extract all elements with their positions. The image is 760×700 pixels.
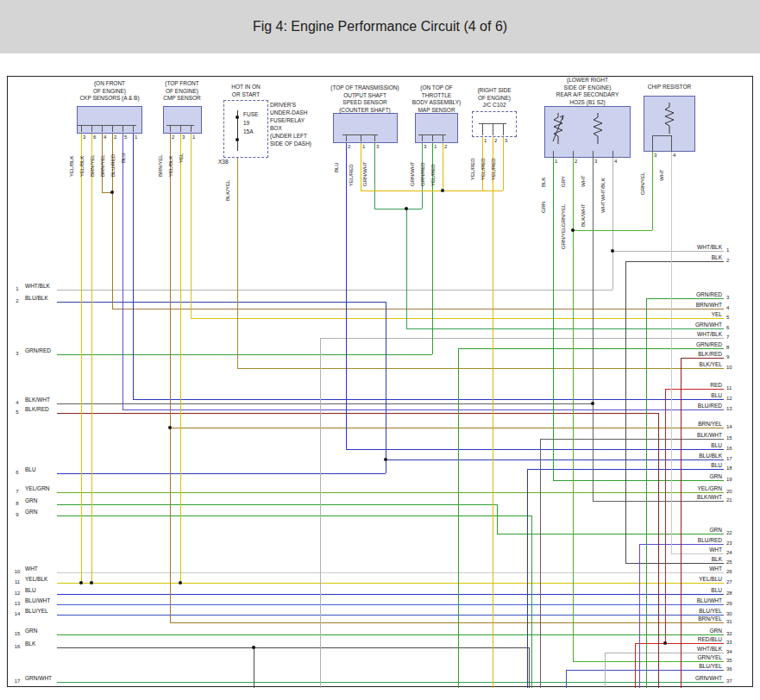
- wire-vertical: [625, 261, 626, 563]
- figure-title-bar: Fig 4: Engine Performance Circuit (4 of …: [0, 0, 760, 53]
- fusebox-description: SIDE OF DASH): [270, 141, 342, 148]
- pin-number: 4: [673, 153, 675, 159]
- connector-pin-tick: [361, 134, 361, 141]
- component-box-cmp-sensor: [163, 106, 202, 134]
- wire-number-right: 10: [726, 365, 740, 371]
- wire-number-right: 15: [726, 435, 740, 441]
- wire-color-label: YEL/BLK: [69, 156, 75, 177]
- wire-vertical: [652, 152, 653, 230]
- connector-pin-tick: [503, 123, 504, 135]
- pin-number: 3: [182, 134, 185, 141]
- junction-dot: [90, 581, 93, 584]
- wire-label-left: BLK/WHT: [25, 397, 50, 403]
- wire-vertical: [497, 504, 498, 534]
- wire-vertical: [493, 137, 493, 688]
- wire-segment: [361, 191, 503, 191]
- chip-lead: [652, 135, 672, 136]
- wire-horizontal: [57, 492, 724, 493]
- wire-number-right: 23: [726, 541, 740, 547]
- wire-number-right: 1: [726, 247, 740, 253]
- wire-number-right: 29: [726, 601, 740, 607]
- wire-vertical: [665, 389, 666, 643]
- wire-number-right: 2: [726, 258, 740, 264]
- wire-label-left: BLU: [25, 587, 36, 593]
- wire-vertical: [635, 643, 636, 688]
- wire-vertical: [573, 158, 574, 661]
- wire-vertical: [443, 143, 443, 191]
- wire-label-left: BLU: [25, 466, 36, 472]
- wire-color-label: YEL/RED: [470, 158, 476, 180]
- connector-pin-tick: [374, 134, 375, 141]
- component-label: HO2S (B1 S2): [527, 99, 648, 107]
- wire-label-right: BRN/YEL: [663, 616, 722, 622]
- wire-vertical: [254, 647, 254, 688]
- component-label: HOT IN ON: [185, 84, 306, 91]
- wire-vertical: [658, 413, 659, 688]
- junction-dot: [405, 207, 408, 210]
- pin-number: 1: [192, 134, 195, 141]
- wire-horizontal: [612, 251, 724, 252]
- wire-number-left: 17: [11, 678, 23, 684]
- wire-number-right: 8: [726, 345, 740, 351]
- wire-number-left: 8: [11, 501, 23, 507]
- junction-dot: [571, 228, 575, 232]
- wire-vertical: [671, 152, 672, 553]
- wire-color-label: YEL/BLK: [79, 156, 85, 177]
- wire-color-label: GRN: [541, 202, 547, 213]
- wire-horizontal: [57, 302, 386, 303]
- connector-id: X38: [218, 159, 236, 166]
- wire-color-label: BLK/WHT: [581, 203, 587, 227]
- component-label: REAR A/F SECONDARY: [527, 91, 648, 99]
- wire-vertical: [191, 134, 192, 318]
- pin-number: 2: [444, 144, 447, 150]
- wire-vertical: [605, 653, 606, 688]
- wire-color-label: GRN/WHT: [410, 161, 416, 186]
- wire-color-label: BLU/RED: [110, 154, 116, 177]
- junction-dot: [252, 646, 255, 649]
- junction-dot: [179, 581, 182, 584]
- wire-number-right: 27: [726, 579, 740, 585]
- wire-number-right: 11: [726, 385, 740, 391]
- junction-dot: [79, 581, 83, 584]
- wire-horizontal: [346, 449, 724, 450]
- wire-number-left: 5: [11, 409, 23, 416]
- junction-dot: [110, 191, 114, 194]
- pin-number: 2: [348, 144, 350, 150]
- pin-number: 3: [376, 144, 379, 150]
- fuse-terminal-dot: [236, 116, 239, 119]
- wire-horizontal: [57, 634, 724, 635]
- wire-vertical: [170, 134, 171, 622]
- wire-label-left: BLK/RED: [25, 406, 49, 412]
- wire-horizontal: [237, 368, 724, 369]
- wire-horizontal: [57, 615, 724, 616]
- wire-label-right: BLU/YEL: [663, 663, 722, 669]
- wire-vertical: [529, 647, 530, 688]
- connector-pin-tick: [593, 151, 594, 158]
- wire-color-label: BRN/YEL: [100, 154, 106, 177]
- resistor-symbol: [663, 103, 676, 135]
- wire-horizontal: [191, 318, 724, 319]
- wire-number-right: 5: [726, 315, 740, 321]
- pin-number: 1: [555, 159, 557, 165]
- component-label: CHIP RESISTOR: [609, 84, 730, 91]
- wire-label-right: BLU: [663, 587, 722, 593]
- junction-dot: [441, 189, 444, 192]
- connector-pin-tick: [81, 125, 82, 132]
- wire-color-label: GRN/RED: [420, 162, 426, 186]
- wire-number-right: 26: [726, 569, 740, 575]
- wire-number-right: 7: [726, 334, 740, 341]
- wire-horizontal: [57, 682, 724, 683]
- wire-number-right: 32: [726, 631, 740, 637]
- wire-horizontal: [681, 358, 724, 359]
- wire-color-label: YEL: [179, 153, 185, 163]
- wire-horizontal: [406, 328, 724, 329]
- resistor-symbol: [591, 113, 605, 146]
- wire-label-left: GRN/RED: [25, 347, 51, 353]
- junction-dot: [591, 402, 594, 405]
- wire-number-right: 28: [726, 591, 740, 597]
- wire-number-right: 16: [726, 446, 740, 452]
- pin-number: 2: [494, 138, 497, 144]
- connector-pin-tick: [422, 134, 423, 141]
- pin-number: 1: [135, 134, 137, 141]
- connector-pin-tick: [612, 151, 613, 158]
